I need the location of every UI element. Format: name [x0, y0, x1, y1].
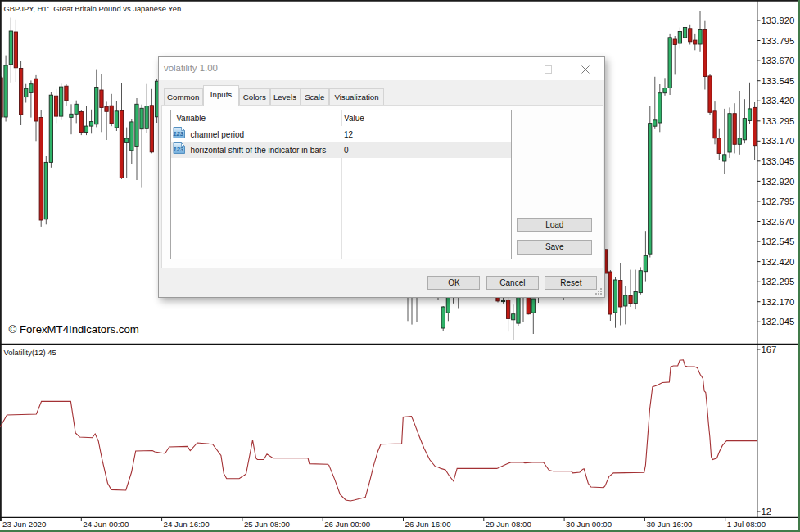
svg-text:24 Jun 16:00: 24 Jun 16:00 — [164, 520, 210, 529]
svg-text:132.795: 132.795 — [762, 196, 795, 206]
svg-text:133.295: 133.295 — [762, 116, 795, 126]
svg-text:133.545: 133.545 — [762, 76, 795, 86]
svg-text:Volatility(12) 45: Volatility(12) 45 — [4, 348, 56, 357]
svg-text:30 Jun 00:00: 30 Jun 00:00 — [566, 520, 612, 529]
svg-text:23 Jun 2020: 23 Jun 2020 — [2, 520, 47, 529]
svg-text:133.920: 133.920 — [762, 16, 795, 25]
svg-text:123: 123 — [173, 146, 184, 153]
svg-text:132.920: 132.920 — [762, 177, 795, 187]
svg-text:12: 12 — [762, 507, 772, 516]
svg-text:25 Jun 08:00: 25 Jun 08:00 — [244, 520, 291, 529]
svg-text:167: 167 — [762, 345, 777, 354]
svg-text:132.545: 132.545 — [762, 237, 795, 246]
svg-text:© ForexMT4Indicators.com: © ForexMT4Indicators.com — [9, 323, 139, 336]
svg-text:123: 123 — [173, 130, 184, 138]
svg-text:132.170: 132.170 — [762, 297, 795, 307]
svg-text:133.420: 133.420 — [762, 96, 795, 106]
svg-text:26 Jun 00:00: 26 Jun 00:00 — [324, 520, 371, 529]
svg-text:133.670: 133.670 — [762, 56, 795, 65]
svg-text:132.420: 132.420 — [762, 257, 795, 267]
svg-text:132.670: 132.670 — [762, 217, 795, 227]
svg-text:30 Jun 16:00: 30 Jun 16:00 — [646, 520, 693, 529]
svg-text:24 Jun 00:00: 24 Jun 00:00 — [83, 520, 129, 529]
svg-text:GBPJPY, H1: Great Britain Pou: GBPJPY, H1: Great Britain Pound vs Japan… — [4, 4, 182, 13]
svg-text:1 Jul 08:00: 1 Jul 08:00 — [727, 520, 766, 529]
svg-text:133.795: 133.795 — [762, 36, 795, 46]
svg-text:132.295: 132.295 — [762, 277, 795, 286]
svg-text:133.045: 133.045 — [762, 156, 795, 166]
svg-text:26 Jun 16:00: 26 Jun 16:00 — [405, 520, 452, 529]
svg-text:132.045: 132.045 — [762, 317, 795, 327]
svg-text:29 Jun 08:00: 29 Jun 08:00 — [486, 520, 532, 529]
svg-text:133.170: 133.170 — [762, 136, 795, 146]
